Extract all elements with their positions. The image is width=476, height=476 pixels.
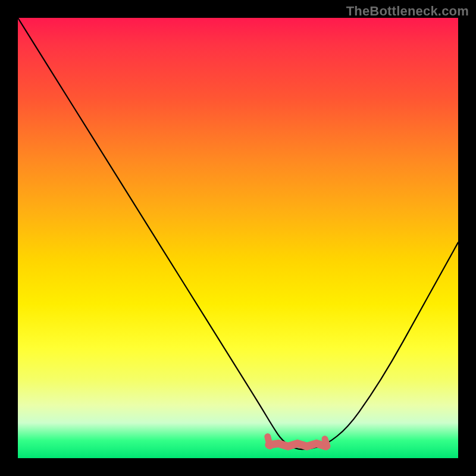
- watermark-text: TheBottleneck.com: [346, 4, 469, 19]
- optimal-band-left-tick: [268, 437, 270, 446]
- optimal-band-path: [269, 443, 326, 446]
- chart-container: TheBottleneck.com: [0, 0, 476, 476]
- curve-svg: [18, 18, 458, 458]
- plot-area: [18, 18, 458, 458]
- optimal-band-right-tick: [325, 439, 327, 446]
- bottleneck-curve-path: [18, 18, 458, 449]
